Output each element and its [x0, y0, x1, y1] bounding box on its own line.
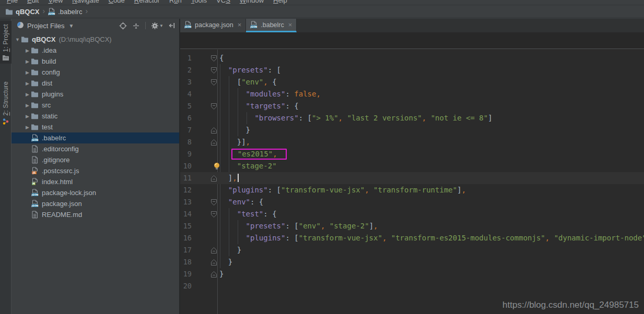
folder-icon	[31, 47, 39, 54]
fold-start-icon[interactable]	[210, 55, 217, 62]
menu-item-view[interactable]: View	[43, 0, 67, 5]
menu-item-tools[interactable]: Tools	[186, 0, 212, 5]
code-line-16[interactable]: 16 "plugins": ["transform-vue-jsx", "tra…	[180, 232, 644, 244]
code-line-4[interactable]: 4 "modules": false,	[180, 88, 644, 100]
fold-end-icon[interactable]	[210, 139, 217, 146]
fold-end-icon[interactable]	[210, 175, 217, 182]
chevron-collapsed-icon[interactable]: ▶	[25, 70, 30, 75]
code-line-17[interactable]: 17 }	[180, 244, 644, 256]
folder-icon	[5, 8, 13, 15]
menu-item-navigate[interactable]: Navigate	[67, 0, 103, 5]
svg-text:JS: JS	[32, 171, 36, 174]
code-line-19[interactable]: 19}	[180, 268, 644, 280]
tree-item-package-lock-json[interactable]: JSONpackage-lock.json	[11, 187, 179, 198]
fold-start-icon[interactable]	[210, 79, 217, 86]
fold-start-icon[interactable]	[210, 67, 217, 74]
tree-item-qbqcx[interactable]: ▼qBQCX(D:\muqi\qBQCX)	[11, 34, 179, 45]
chevron-collapsed-icon[interactable]: ▶	[25, 59, 30, 64]
breadcrumb-item-qBQCX[interactable]: qBQCX	[5, 8, 40, 16]
chevron-collapsed-icon[interactable]: ▶	[25, 103, 30, 108]
code-line-14[interactable]: 14 "test": {	[180, 208, 644, 220]
breadcrumb-item-babelrc[interactable]: JSON.babelrc	[48, 8, 82, 16]
code-line-7[interactable]: 7 }	[180, 124, 644, 136]
code-line-8[interactable]: 8 }],	[180, 136, 644, 148]
line-number: 1	[180, 52, 192, 64]
code-line-15[interactable]: 15 "presets": ["env", "stage-2"],	[180, 220, 644, 232]
code-line-11[interactable]: 11 ],	[180, 172, 644, 184]
tree-item-static[interactable]: ▶static	[11, 111, 179, 122]
code-line-2[interactable]: 2 "presets": [	[180, 64, 644, 76]
tree-item-test[interactable]: ▶test	[11, 122, 179, 132]
tab-babelrc[interactable]: JSON.babelrc×	[246, 19, 297, 32]
code-editor[interactable]: 1{2 "presets": [3 ["env", {4 "modules": …	[180, 50, 644, 314]
code-text: }	[218, 268, 224, 280]
tool-tab-project[interactable]: 1: Project	[0, 21, 11, 64]
scope-selector[interactable]: Project Files ▼	[17, 21, 74, 30]
chevron-collapsed-icon[interactable]: ▶	[25, 48, 30, 53]
menu-item-code[interactable]: Code	[104, 0, 130, 5]
menu-item-run[interactable]: Run	[165, 0, 186, 5]
code-line-10[interactable]: 10 "stage-2"	[180, 160, 644, 172]
code-text: ],	[218, 172, 239, 184]
code-text	[218, 280, 219, 292]
tab-package-json[interactable]: JSONpackage.json×	[180, 19, 246, 32]
close-icon[interactable]: ×	[238, 21, 242, 29]
menu-item-help[interactable]: Help	[268, 0, 292, 5]
chevron-expanded-icon[interactable]: ▼	[15, 37, 20, 42]
collapse-all-button[interactable]	[132, 22, 140, 30]
tool-tab-structure[interactable]: 2: Structure	[0, 78, 11, 128]
chevron-collapsed-icon[interactable]: ▶	[25, 114, 30, 119]
tree-item-plugins[interactable]: ▶plugins	[11, 89, 179, 100]
tree-item-package-json[interactable]: JSONpackage.json	[11, 198, 179, 209]
code-line-5[interactable]: 5 "targets": {	[180, 100, 644, 112]
tree-item-postcssrc-js[interactable]: JS.postcssrc.js	[11, 165, 179, 176]
tree-item-dist[interactable]: ▶dist	[11, 78, 179, 89]
code-line-9[interactable]: 9 "es2015",	[180, 148, 644, 160]
bulb-icon[interactable]	[213, 162, 220, 170]
line-number: 15	[180, 220, 192, 232]
fold-end-icon[interactable]	[210, 127, 217, 134]
tree-item-index-html[interactable]: Hindex.html	[11, 176, 179, 187]
code-line-18[interactable]: 18 }	[180, 256, 644, 268]
close-icon[interactable]: ×	[288, 21, 292, 29]
tree-item-gitignore[interactable]: .gitignore	[11, 154, 179, 165]
code-text: }	[218, 124, 250, 136]
gutter: 10	[180, 160, 218, 172]
structure-icon	[2, 118, 9, 125]
code-line-1[interactable]: 1{	[180, 52, 644, 64]
line-number: 2	[180, 64, 192, 76]
code-line-13[interactable]: 13 "env": {	[180, 196, 644, 208]
fold-end-icon[interactable]	[210, 259, 217, 266]
fold-end-icon[interactable]	[210, 271, 217, 278]
chevron-collapsed-icon[interactable]: ▶	[25, 92, 30, 97]
menu-item-window[interactable]: Window	[235, 0, 268, 5]
tree-item-config[interactable]: ▶config	[11, 67, 179, 78]
chevron-collapsed-icon[interactable]: ▶	[25, 81, 30, 86]
tree-item-editorconfig[interactable]: .editorconfig	[11, 143, 179, 154]
tree-item-babelrc[interactable]: JSON.babelrc	[11, 132, 179, 143]
chevron-collapsed-icon[interactable]: ▶	[25, 125, 30, 130]
tree-item-build[interactable]: ▶build	[11, 56, 179, 67]
fold-end-icon[interactable]	[210, 247, 217, 254]
code-text: "modules": false,	[218, 88, 321, 100]
tree-item-readme-md[interactable]: README.md	[11, 209, 179, 220]
menu-item-refactor[interactable]: Refactor	[130, 0, 165, 5]
code-line-20[interactable]: 20	[180, 280, 644, 292]
fold-start-icon[interactable]	[210, 211, 217, 218]
fold-start-icon[interactable]	[210, 103, 217, 110]
code-text: {	[218, 52, 224, 64]
code-line-6[interactable]: 6 "browsers": ["> 1%", "last 2 versions"…	[180, 112, 644, 124]
fold-start-icon[interactable]	[210, 199, 217, 206]
menu-item-edit[interactable]: Edit	[22, 0, 43, 5]
locate-button[interactable]	[119, 22, 127, 30]
tree-item-src[interactable]: ▶src	[11, 100, 179, 111]
folder-icon	[31, 113, 39, 119]
folder-icon	[31, 80, 39, 87]
settings-button[interactable]: ▼	[151, 22, 163, 30]
tree-item-idea[interactable]: ▶.idea	[11, 45, 179, 56]
code-line-12[interactable]: 12 "plugins": ["transform-vue-jsx", "tra…	[180, 184, 644, 196]
menu-item-vcs[interactable]: VCS	[212, 0, 235, 5]
menu-item-file[interactable]: File	[2, 0, 22, 5]
hide-button[interactable]	[169, 22, 176, 29]
code-line-3[interactable]: 3 ["env", {	[180, 76, 644, 88]
